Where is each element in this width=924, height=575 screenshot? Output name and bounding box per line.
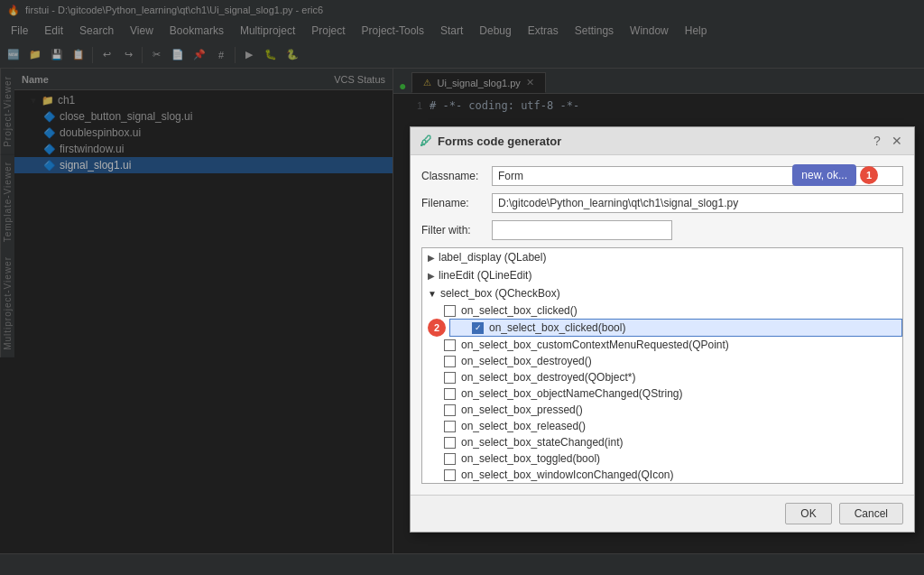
chevron-right-icon: ▶ [428,253,435,263]
group-name-2: select_box (QCheckBox) [440,287,560,300]
group-name-0: label_display (QLabel) [439,251,546,264]
badge-2: 2 [428,319,446,337]
method-name-7: on_select_box_released() [461,420,586,432]
method-item-5[interactable]: on_select_box_objectNameChanged(QString) [422,385,902,402]
dialog-footer: OK Cancel [411,495,914,532]
tooltip-box: new, ok... [792,164,856,186]
dialog-body: Classname: new, ok... 1 Filename: Filter… [411,155,914,495]
help-button[interactable]: ? [869,133,885,149]
modal-overlay: 🖊 Forms code generator ? ✕ Classname: ne… [0,0,924,575]
group-name-1: lineEdit (QLineEdit) [439,269,531,282]
checkbox-10[interactable] [444,469,456,481]
checkbox-9[interactable] [444,453,456,465]
classname-label: Classname: [421,170,485,182]
method-item-6[interactable]: on_select_box_pressed() [422,402,902,418]
method-name-2: on_select_box_customContextMenuRequested… [461,339,729,351]
checkbox-4[interactable] [444,372,456,384]
group-lineedit: ▶ lineEdit (QLineEdit) [422,266,902,284]
cancel-button[interactable]: Cancel [839,503,903,524]
method-name-8: on_select_box_stateChanged(int) [461,436,623,449]
method-item-9[interactable]: on_select_box_toggled(bool) [422,450,902,467]
checkbox-0[interactable] [444,305,456,317]
dialog-title-label: Forms code generator [438,134,561,148]
group-header-lineedit[interactable]: ▶ lineEdit (QLineEdit) [422,266,902,284]
method-name-3: on_select_box_destroyed() [461,355,592,367]
method-name-1: on_select_box_clicked(bool) [489,321,625,334]
method-item-1[interactable]: ✓ on_select_box_clicked(bool) [449,319,902,337]
checkbox-1[interactable]: ✓ [472,322,484,334]
method-item-0[interactable]: on_select_box_clicked() [422,302,902,319]
method-item-10[interactable]: on_select_box_windowIconChanged(QIcon) [422,467,902,483]
dialog-title-text: 🖊 Forms code generator [420,134,561,148]
group-label-display: ▶ label_display (QLabel) [422,248,902,266]
method-name-0: on_select_box_clicked() [461,304,578,317]
filter-row: Filter with: [421,220,903,240]
checkbox-5[interactable] [444,388,456,400]
method-name-4: on_select_box_destroyed(QObject*) [461,371,635,384]
group-header-label[interactable]: ▶ label_display (QLabel) [422,248,902,266]
chevron-down-icon: ▼ [428,289,437,299]
ok-button[interactable]: OK [785,503,831,524]
group-selectbox: ▼ select_box (QCheckBox) on_select_box_c… [422,284,902,483]
checkbox-8[interactable] [444,437,456,449]
method-item-1-row: 2 ✓ on_select_box_clicked(bool) [422,319,902,337]
filter-input[interactable] [492,220,672,240]
tooltip-area: new, ok... 1 [792,164,878,186]
method-name-9: on_select_box_toggled(bool) [461,452,600,465]
filename-input[interactable] [492,193,903,213]
method-item-3[interactable]: on_select_box_destroyed() [422,353,902,369]
method-item-8[interactable]: on_select_box_stateChanged(int) [422,434,902,450]
chevron-right-icon-2: ▶ [428,271,435,281]
close-dialog-button[interactable]: ✕ [889,133,905,149]
dialog-titlebar: 🖊 Forms code generator ? ✕ [411,127,914,155]
checkbox-7[interactable] [444,421,456,432]
method-name-10: on_select_box_windowIconChanged(QIcon) [461,468,673,481]
checkbox-3[interactable] [444,356,456,367]
filename-row: Filename: [421,193,903,213]
method-name-6: on_select_box_pressed() [461,403,583,416]
checkbox-6[interactable] [444,404,456,416]
group-header-selectbox[interactable]: ▼ select_box (QCheckBox) [422,284,902,302]
filename-label: Filename: [421,197,485,209]
method-item-7[interactable]: on_select_box_released() [422,418,902,434]
forms-icon: 🖊 [420,134,432,148]
method-item-2[interactable]: on_select_box_customContextMenuRequested… [422,337,902,353]
methods-container[interactable]: ▶ label_display (QLabel) ▶ lineEdit (QLi… [421,247,903,484]
forms-dialog: 🖊 Forms code generator ? ✕ Classname: ne… [410,126,915,533]
tooltip-badge-1: 1 [860,166,878,184]
checkbox-2[interactable] [444,339,456,351]
filter-label: Filter with: [421,224,485,236]
classname-row: Classname: new, ok... 1 [421,166,903,186]
method-item-4[interactable]: on_select_box_destroyed(QObject*) [422,369,902,385]
method-name-5: on_select_box_objectNameChanged(QString) [461,387,682,400]
dialog-controls: ? ✕ [869,133,905,149]
